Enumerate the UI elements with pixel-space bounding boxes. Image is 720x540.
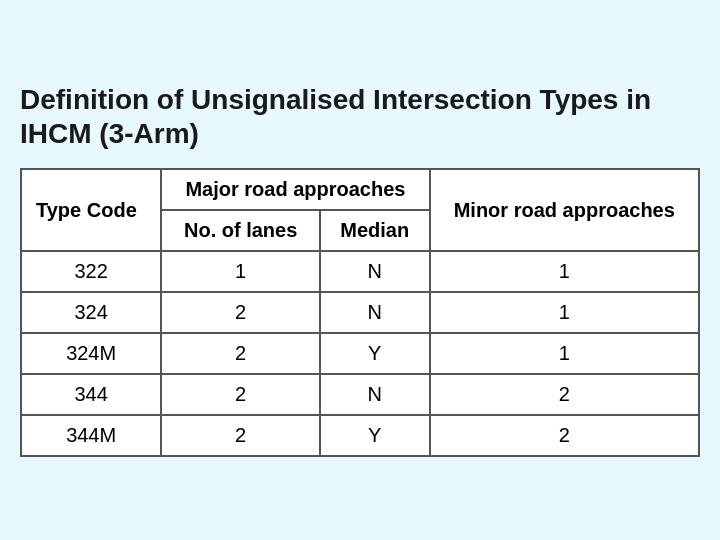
type-code-cell: 324 bbox=[21, 292, 161, 333]
minor-road-header: Minor road approaches bbox=[430, 169, 699, 251]
table-body: 3221N13242N1324M2Y13442N2344M2Y2 bbox=[21, 251, 699, 456]
minor-lanes-cell: 2 bbox=[430, 374, 699, 415]
major-lanes-cell: 2 bbox=[161, 374, 320, 415]
median-cell: N bbox=[320, 251, 430, 292]
intersection-table: Type Code Major road approaches Minor ro… bbox=[20, 168, 700, 457]
table-header-row-top: Type Code Major road approaches Minor ro… bbox=[21, 169, 699, 210]
type-code-cell: 322 bbox=[21, 251, 161, 292]
median-cell: N bbox=[320, 292, 430, 333]
major-lanes-cell: 2 bbox=[161, 292, 320, 333]
minor-lanes-cell: 1 bbox=[430, 333, 699, 374]
type-code-header: Type Code bbox=[21, 169, 161, 251]
median-cell: Y bbox=[320, 415, 430, 456]
major-road-header: Major road approaches bbox=[161, 169, 429, 210]
minor-lanes-cell: 2 bbox=[430, 415, 699, 456]
major-no-of-lanes-header: No. of lanes bbox=[161, 210, 320, 251]
page-container: Definition of Unsignalised Intersection … bbox=[20, 83, 700, 457]
major-lanes-cell: 2 bbox=[161, 333, 320, 374]
major-lanes-cell: 2 bbox=[161, 415, 320, 456]
table-row: 344M2Y2 bbox=[21, 415, 699, 456]
minor-lanes-cell: 1 bbox=[430, 292, 699, 333]
median-cell: Y bbox=[320, 333, 430, 374]
minor-lanes-cell: 1 bbox=[430, 251, 699, 292]
table-row: 324M2Y1 bbox=[21, 333, 699, 374]
type-code-cell: 344M bbox=[21, 415, 161, 456]
major-median-header: Median bbox=[320, 210, 430, 251]
table-row: 3221N1 bbox=[21, 251, 699, 292]
type-code-cell: 324M bbox=[21, 333, 161, 374]
table-row: 3442N2 bbox=[21, 374, 699, 415]
type-code-cell: 344 bbox=[21, 374, 161, 415]
table-row: 3242N1 bbox=[21, 292, 699, 333]
major-lanes-cell: 1 bbox=[161, 251, 320, 292]
median-cell: N bbox=[320, 374, 430, 415]
page-title: Definition of Unsignalised Intersection … bbox=[20, 83, 700, 150]
